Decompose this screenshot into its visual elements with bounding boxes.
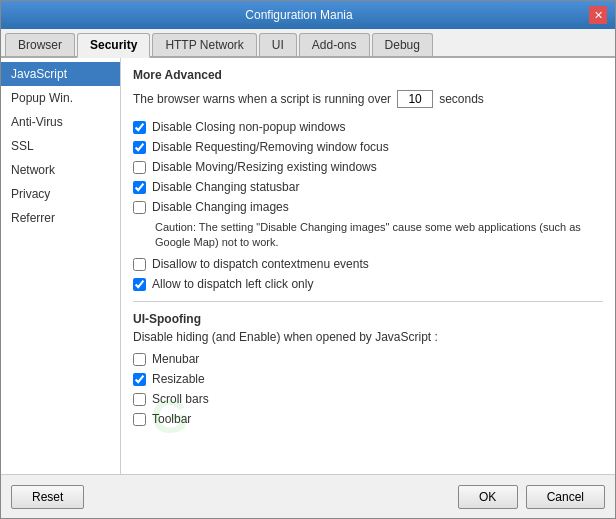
ui-spoofing-section: UI-Spoofing Disable hiding (and Enable) … — [133, 312, 603, 426]
tab-bar: Browser Security HTTP Network UI Add-ons… — [1, 29, 615, 58]
timeout-label-before: The browser warns when a script is runni… — [133, 92, 391, 106]
checkbox-disable-moving: Disable Moving/Resizing existing windows — [133, 160, 603, 174]
sidebar-item-referrer[interactable]: Referrer — [1, 206, 120, 230]
checkbox-disable-statusbar-label: Disable Changing statusbar — [152, 180, 299, 194]
caution-text: Caution: The setting "Disable Changing i… — [155, 220, 603, 251]
timeout-row: The browser warns when a script is runni… — [133, 90, 603, 108]
footer: Reset OK Cancel — [1, 474, 615, 518]
tab-http-network[interactable]: HTTP Network — [152, 33, 256, 56]
ok-button[interactable]: OK — [458, 485, 518, 509]
checkbox-disable-requesting-input[interactable] — [133, 141, 146, 154]
checkbox-disable-closing-label: Disable Closing non-popup windows — [152, 120, 345, 134]
sidebar-item-anti-virus[interactable]: Anti-Virus — [1, 110, 120, 134]
reset-button[interactable]: Reset — [11, 485, 84, 509]
tab-ui[interactable]: UI — [259, 33, 297, 56]
timeout-label-after: seconds — [439, 92, 484, 106]
window: Configuration Mania ✕ Browser Security H… — [0, 0, 616, 519]
checkbox-toolbar-input[interactable] — [133, 413, 146, 426]
checkbox-disable-requesting-label: Disable Requesting/Removing window focus — [152, 140, 389, 154]
section-title: More Advanced — [133, 68, 603, 82]
checkbox-menubar: Menubar — [133, 352, 603, 366]
checkbox-disable-requesting: Disable Requesting/Removing window focus — [133, 140, 603, 154]
footer-right: OK Cancel — [458, 485, 605, 509]
checkbox-scroll-bars-label: Scroll bars — [152, 392, 209, 406]
checkbox-allow-left-click-label: Allow to dispatch left click only — [152, 277, 313, 291]
checkbox-resizable: Resizable — [133, 372, 603, 386]
window-title: Configuration Mania — [9, 8, 589, 22]
checkbox-allow-left-click-input[interactable] — [133, 278, 146, 291]
checkbox-disable-images-input[interactable] — [133, 201, 146, 214]
title-bar: Configuration Mania ✕ — [1, 1, 615, 29]
checkbox-disable-statusbar: Disable Changing statusbar — [133, 180, 603, 194]
cancel-button[interactable]: Cancel — [526, 485, 605, 509]
checkbox-disallow-contextmenu-label: Disallow to dispatch contextmenu events — [152, 257, 369, 271]
checkbox-disable-closing: Disable Closing non-popup windows — [133, 120, 603, 134]
checkbox-disallow-contextmenu: Disallow to dispatch contextmenu events — [133, 257, 603, 271]
tab-browser[interactable]: Browser — [5, 33, 75, 56]
sidebar-item-privacy[interactable]: Privacy — [1, 182, 120, 206]
content-area: JavaScript Popup Win. Anti-Virus SSL Net… — [1, 58, 615, 474]
tab-security[interactable]: Security — [77, 33, 150, 58]
checkbox-menubar-label: Menubar — [152, 352, 199, 366]
main-content: G More Advanced The browser warns when a… — [121, 58, 615, 474]
ui-spoofing-description: Disable hiding (and Enable) when opened … — [133, 330, 603, 344]
sidebar-item-javascript[interactable]: JavaScript — [1, 62, 120, 86]
sidebar: JavaScript Popup Win. Anti-Virus SSL Net… — [1, 58, 121, 474]
scroll-area[interactable]: G More Advanced The browser warns when a… — [121, 58, 615, 474]
timeout-input[interactable] — [397, 90, 433, 108]
checkbox-toolbar-label: Toolbar — [152, 412, 191, 426]
sidebar-item-ssl[interactable]: SSL — [1, 134, 120, 158]
checkbox-disable-moving-label: Disable Moving/Resizing existing windows — [152, 160, 377, 174]
checkbox-scroll-bars-input[interactable] — [133, 393, 146, 406]
close-button[interactable]: ✕ — [589, 6, 607, 24]
tab-debug[interactable]: Debug — [372, 33, 433, 56]
tab-add-ons[interactable]: Add-ons — [299, 33, 370, 56]
checkbox-disable-closing-input[interactable] — [133, 121, 146, 134]
checkbox-resizable-input[interactable] — [133, 373, 146, 386]
checkbox-disallow-contextmenu-input[interactable] — [133, 258, 146, 271]
checkbox-disable-images-label: Disable Changing images — [152, 200, 289, 214]
checkbox-resizable-label: Resizable — [152, 372, 205, 386]
checkbox-allow-left-click: Allow to dispatch left click only — [133, 277, 603, 291]
checkbox-menubar-input[interactable] — [133, 353, 146, 366]
checkbox-scroll-bars: Scroll bars — [133, 392, 603, 406]
sidebar-item-popup-win[interactable]: Popup Win. — [1, 86, 120, 110]
checkbox-toolbar: Toolbar — [133, 412, 603, 426]
ui-spoofing-title: UI-Spoofing — [133, 312, 603, 326]
section-divider — [133, 301, 603, 302]
checkbox-disable-statusbar-input[interactable] — [133, 181, 146, 194]
checkbox-disable-images: Disable Changing images — [133, 200, 603, 214]
sidebar-item-network[interactable]: Network — [1, 158, 120, 182]
checkbox-disable-moving-input[interactable] — [133, 161, 146, 174]
